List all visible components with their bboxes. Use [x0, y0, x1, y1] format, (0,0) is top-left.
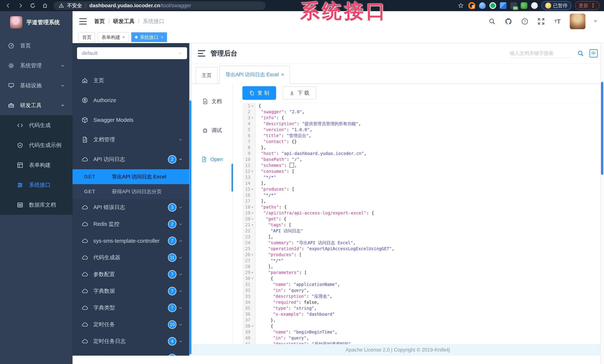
doc-tab-export-excel[interactable]: 导出API 访问日志 Excel × — [219, 65, 290, 83]
extension-paw-icon[interactable] — [531, 2, 538, 9]
fold-toggle-icon[interactable]: ▾ — [251, 323, 254, 329]
doc-search-icon[interactable] — [577, 49, 585, 57]
extension-orange-icon[interactable]: 1 — [468, 2, 475, 9]
help-icon[interactable]: ? — [521, 17, 529, 25]
user-avatar[interactable] — [570, 13, 585, 29]
api-group-item[interactable]: 字典类型7 — [73, 300, 191, 316]
k4j-item-api-access-log[interactable]: API 访问日志 2 — [73, 150, 191, 169]
svg-text:?: ? — [524, 20, 526, 24]
k4j-sidebar-scrollbar[interactable] — [189, 43, 191, 356]
fold-toggle-icon[interactable]: ▾ — [251, 222, 254, 228]
api-group-item[interactable]: 代码生成器11 — [73, 249, 191, 266]
update-pill[interactable]: 更新 ⋮ — [575, 1, 600, 10]
copy-button[interactable]: 复 制 — [242, 86, 276, 100]
app-logo[interactable]: 芋道管理系统 — [0, 11, 73, 34]
extension-leaf-icon[interactable] — [521, 2, 527, 9]
operation-label: 导出API 访问日志 Excel — [112, 173, 166, 180]
sidebar-item-home[interactable]: 首页 — [0, 36, 73, 56]
api-group-item[interactable]: Redis 监控2 — [73, 216, 191, 233]
code-line: 36"x-example": "dashboard" — [242, 311, 600, 317]
api-group-item[interactable]: sys-sms-template-controller7 — [73, 233, 191, 249]
sidebar-item-system-api[interactable]: 系统接口 — [0, 175, 73, 195]
browser-reload-icon[interactable] — [29, 2, 37, 9]
count-badge: 4 — [168, 354, 176, 356]
paused-profile-pill[interactable]: 已暂停 — [541, 1, 571, 10]
doc-file-icon — [202, 98, 208, 104]
browser-home-icon[interactable] — [41, 2, 49, 9]
sidebar-item-codegen-example[interactable]: 代码生成示例 — [0, 135, 73, 155]
tag-label: 表单构建 — [101, 34, 120, 40]
k4j-scrollbar-thumb[interactable] — [189, 100, 191, 354]
api-group-item[interactable]: 字典数据7 — [73, 283, 191, 300]
operation-export-excel[interactable]: GET 导出API 访问日志 Excel — [73, 169, 191, 184]
language-switch-icon[interactable]: 中 — [590, 49, 598, 57]
devtools-submenu: 代码生成 代码生成示例 表单构建 系统接口 — [0, 115, 73, 215]
page-scrollbar[interactable] — [600, 43, 604, 364]
api-group-select[interactable]: default — [77, 47, 187, 59]
side-tab-debug[interactable]: 调试 — [191, 120, 232, 141]
fold-toggle-icon[interactable]: ▾ — [251, 115, 254, 121]
cloud-api-icon — [81, 221, 88, 227]
k4j-item-doc-manage[interactable]: 文档管理 — [73, 130, 191, 150]
code-line: 21▾"tags": [ — [242, 222, 600, 228]
count-badge: 2 — [168, 220, 176, 228]
bookmark-star-icon[interactable] — [457, 2, 465, 9]
operation-get-page[interactable]: GET 获得API 访问日志分页 — [73, 184, 191, 199]
api-group-item[interactable]: 定时任务10 — [73, 316, 191, 333]
extension-puzzle-icon[interactable] — [500, 2, 506, 9]
side-tab-open[interactable]: Open — [191, 149, 232, 170]
fold-toggle-icon[interactable]: ▾ — [251, 210, 254, 216]
tag-close-icon[interactable]: × — [122, 35, 125, 40]
github-icon[interactable] — [504, 17, 513, 25]
header-search-icon[interactable] — [488, 17, 496, 25]
fold-toggle-icon[interactable]: ▾ — [251, 204, 254, 210]
tab-close-icon[interactable]: × — [281, 72, 284, 77]
k4j-item-swagger-models[interactable]: Swagger Models — [73, 110, 191, 130]
fold-toggle-icon[interactable]: ▾ — [251, 186, 254, 192]
k4j-item-label: 定时任务 — [93, 321, 115, 328]
extension-dark-icon[interactable]: 6h — [510, 2, 517, 9]
api-group-item[interactable]: 岗位4 — [73, 350, 191, 356]
fold-toggle-icon[interactable]: ▾ — [251, 168, 254, 174]
doc-search-input[interactable]: 输入文档关键字搜索 — [510, 49, 572, 58]
user-menu-caret-icon[interactable] — [594, 20, 597, 23]
side-tab-doc[interactable]: 文档 — [191, 91, 232, 112]
api-group-item[interactable]: API 错误日志3 — [73, 199, 191, 216]
extension-drop-icon[interactable] — [479, 2, 486, 9]
tag-close-icon[interactable]: × — [161, 35, 163, 40]
fold-toggle-icon[interactable]: ▾ — [251, 216, 254, 222]
address-bar[interactable]: 不安全 | dashboard.yudao.iocoder.cn/tool/sw… — [53, 1, 265, 10]
tag-system-api[interactable]: 系统接口 × — [131, 32, 167, 42]
browser-back-icon[interactable] — [4, 2, 12, 9]
sidebar-item-form-builder[interactable]: 表单构建 — [0, 155, 73, 175]
monitor-icon — [8, 82, 14, 89]
k4j-item-authorize[interactable]: Authorize — [73, 90, 191, 110]
browser-menu-icon[interactable]: ⋮ — [590, 3, 596, 8]
font-size-icon[interactable]: TT — [554, 17, 562, 25]
fold-toggle-icon[interactable]: ▾ — [251, 103, 254, 109]
page-scrollbar-thumb[interactable] — [601, 82, 603, 175]
fold-toggle-icon[interactable]: ▾ — [251, 270, 254, 276]
extension-green-circle-icon[interactable] — [490, 2, 496, 9]
doc-tab-home[interactable]: 主页 — [196, 67, 218, 83]
browser-forward-icon[interactable] — [17, 2, 24, 9]
sidebar-item-infra[interactable]: 基础设施 — [0, 75, 73, 95]
fold-toggle-icon[interactable]: ▾ — [251, 276, 254, 281]
json-code-editor[interactable]: 1▾{2"swagger": "2.0",3▾"info": {4"descri… — [242, 103, 600, 344]
sidebar-item-codegen[interactable]: 代码生成 — [0, 115, 73, 135]
sidebar-item-devtools[interactable]: 研发工具 — [0, 95, 73, 115]
fullscreen-icon[interactable] — [537, 17, 545, 25]
fold-toggle-icon[interactable]: ▾ — [251, 252, 254, 258]
k4j-item-home[interactable]: 主页 — [73, 71, 191, 90]
breadcrumb-devtools[interactable]: 研发工具 — [113, 18, 135, 25]
sidebar-item-db-doc[interactable]: 数据库文档 — [0, 195, 73, 215]
sidebar-collapse-icon[interactable] — [79, 18, 87, 25]
tag-home[interactable]: 首页 — [78, 32, 95, 42]
download-button[interactable]: 下 载 — [283, 86, 316, 100]
api-group-item[interactable]: 参数配置7 — [73, 266, 191, 283]
tag-form-builder[interactable]: 表单构建 × — [98, 32, 129, 42]
sidebar-item-system[interactable]: 系统管理 — [0, 56, 73, 75]
api-group-item[interactable]: 定时任务日志4 — [73, 333, 191, 350]
doc-collapse-icon[interactable] — [198, 50, 205, 57]
breadcrumb-home[interactable]: 首页 — [94, 18, 105, 25]
